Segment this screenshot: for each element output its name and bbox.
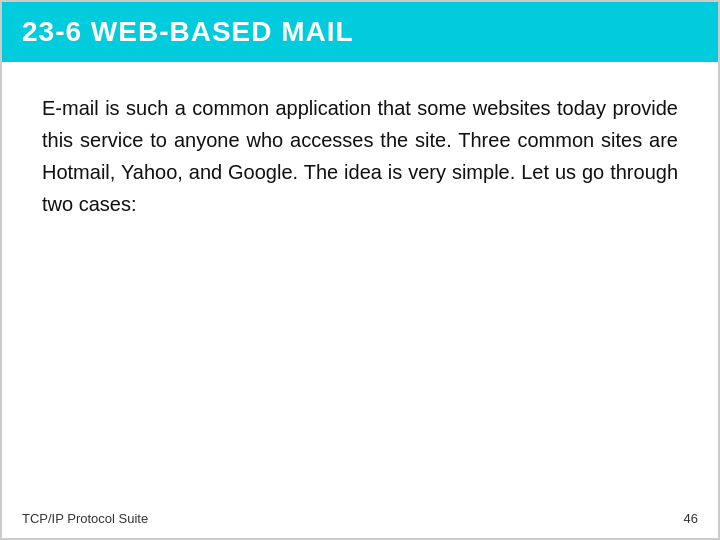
footer-page-number: 46 [684, 511, 698, 526]
slide-content: E-mail is such a common application that… [2, 62, 718, 240]
slide-header: 23-6 WEB-BASED MAIL [2, 2, 718, 62]
header-title: 23-6 WEB-BASED MAIL [22, 16, 354, 47]
body-paragraph: E-mail is such a common application that… [42, 92, 678, 220]
footer-left-label: TCP/IP Protocol Suite [22, 511, 148, 526]
slide-container: 23-6 WEB-BASED MAIL E-mail is such a com… [0, 0, 720, 540]
slide-footer: TCP/IP Protocol Suite 46 [22, 511, 698, 526]
